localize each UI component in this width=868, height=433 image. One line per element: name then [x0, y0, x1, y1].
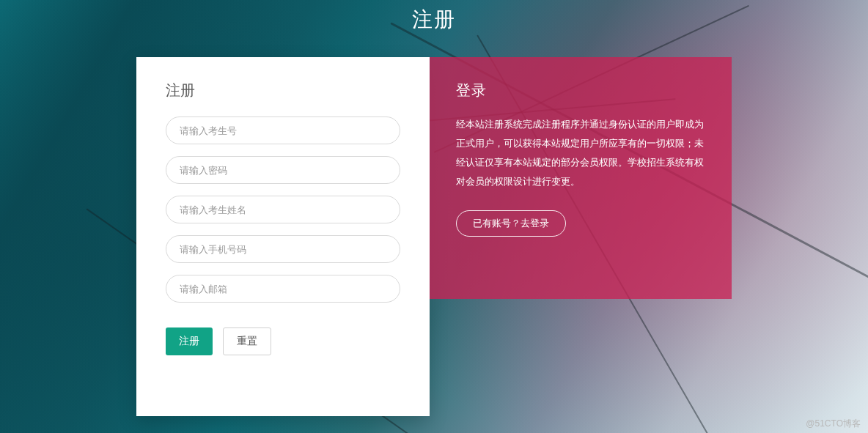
password-input[interactable]	[166, 156, 400, 184]
go-login-link[interactable]: 已有账号？去登录	[456, 210, 566, 237]
login-description: 经本站注册系统完成注册程序并通过身份认证的用户即成为正式用户，可以获得本站规定用…	[456, 115, 705, 191]
exam-id-input[interactable]	[166, 116, 400, 144]
page-root: 注册 注册 注册 重置 登录 经本站注册系统完成注册程序并通过身份认证的用户即成…	[0, 0, 868, 433]
watermark-label: @51CTO博客	[806, 418, 861, 430]
button-row: 注册 重置	[166, 327, 400, 355]
panel-container: 注册 注册 重置 登录 经本站注册系统完成注册程序并通过身份认证的用户即成为正式…	[136, 57, 732, 416]
page-title: 注册	[0, 0, 868, 40]
login-panel: 登录 经本站注册系统完成注册程序并通过身份认证的用户即成为正式用户，可以获得本站…	[430, 57, 732, 299]
register-title: 注册	[166, 81, 400, 100]
email-input[interactable]	[166, 275, 400, 303]
register-button[interactable]: 注册	[166, 327, 213, 355]
phone-input[interactable]	[166, 235, 400, 263]
reset-button[interactable]: 重置	[223, 327, 271, 355]
register-panel: 注册 注册 重置	[136, 57, 430, 416]
name-input[interactable]	[166, 196, 400, 223]
login-title: 登录	[456, 81, 705, 100]
